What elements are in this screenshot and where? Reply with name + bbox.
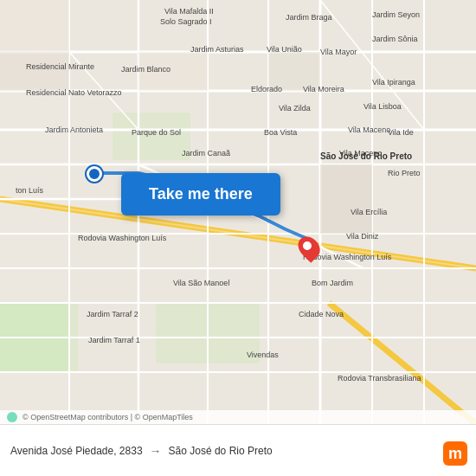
svg-rect-31 <box>138 52 208 91</box>
svg-rect-32 <box>320 164 372 234</box>
moovit-logo: m <box>443 441 467 466</box>
destination-pin-dot <box>301 240 313 252</box>
map-attribution: © OpenStreetMap contributors | © OpenMap… <box>0 410 476 424</box>
svg-rect-30 <box>0 52 69 91</box>
take-me-there-button[interactable]: Take me there <box>121 173 280 215</box>
origin-address: Avenida José Piedade, 2833 <box>10 445 143 457</box>
osm-icon <box>7 412 17 422</box>
origin-marker <box>87 166 102 182</box>
svg-rect-33 <box>268 52 320 91</box>
moovit-icon: m <box>443 441 467 466</box>
bottom-bar: Avenida José Piedade, 2833 → São José do… <box>0 424 476 476</box>
route-info: Avenida José Piedade, 2833 → São José do… <box>10 444 466 458</box>
destination-address: São José do Rio Preto <box>169 445 273 457</box>
map-container: Vila Mafalda IISolo Sagrado IJardim Brag… <box>0 0 476 424</box>
attribution-text: © OpenStreetMap contributors | © OpenMap… <box>23 413 193 421</box>
route-arrow-icon: → <box>150 444 162 458</box>
svg-rect-29 <box>0 0 69 52</box>
